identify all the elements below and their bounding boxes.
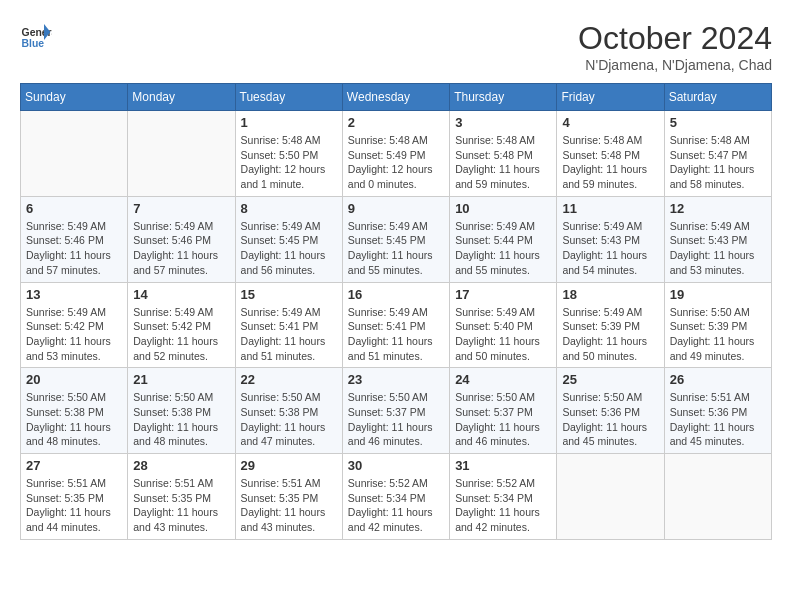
calendar-cell: 15Sunrise: 5:49 AMSunset: 5:41 PMDayligh… <box>235 282 342 368</box>
calendar-cell <box>21 111 128 197</box>
calendar-cell: 5Sunrise: 5:48 AMSunset: 5:47 PMDaylight… <box>664 111 771 197</box>
day-number: 26 <box>670 372 766 387</box>
day-info: Sunrise: 5:49 AMSunset: 5:44 PMDaylight:… <box>455 219 551 278</box>
page-header: General Blue October 2024 N'Djamena, N'D… <box>20 20 772 73</box>
day-info: Sunrise: 5:49 AMSunset: 5:43 PMDaylight:… <box>670 219 766 278</box>
day-info: Sunrise: 5:50 AMSunset: 5:38 PMDaylight:… <box>26 390 122 449</box>
day-number: 4 <box>562 115 658 130</box>
svg-text:Blue: Blue <box>22 38 45 49</box>
location: N'Djamena, N'Djamena, Chad <box>578 57 772 73</box>
weekday-header: Friday <box>557 84 664 111</box>
day-number: 3 <box>455 115 551 130</box>
weekday-header: Wednesday <box>342 84 449 111</box>
day-number: 23 <box>348 372 444 387</box>
day-info: Sunrise: 5:49 AMSunset: 5:45 PMDaylight:… <box>241 219 337 278</box>
day-number: 8 <box>241 201 337 216</box>
weekday-header: Sunday <box>21 84 128 111</box>
day-info: Sunrise: 5:49 AMSunset: 5:45 PMDaylight:… <box>348 219 444 278</box>
calendar-cell: 22Sunrise: 5:50 AMSunset: 5:38 PMDayligh… <box>235 368 342 454</box>
day-info: Sunrise: 5:50 AMSunset: 5:38 PMDaylight:… <box>133 390 229 449</box>
day-info: Sunrise: 5:49 AMSunset: 5:39 PMDaylight:… <box>562 305 658 364</box>
day-info: Sunrise: 5:49 AMSunset: 5:42 PMDaylight:… <box>26 305 122 364</box>
calendar-cell: 26Sunrise: 5:51 AMSunset: 5:36 PMDayligh… <box>664 368 771 454</box>
day-info: Sunrise: 5:50 AMSunset: 5:37 PMDaylight:… <box>348 390 444 449</box>
day-number: 31 <box>455 458 551 473</box>
calendar-cell: 4Sunrise: 5:48 AMSunset: 5:48 PMDaylight… <box>557 111 664 197</box>
day-number: 24 <box>455 372 551 387</box>
calendar-cell: 10Sunrise: 5:49 AMSunset: 5:44 PMDayligh… <box>450 196 557 282</box>
calendar-week-row: 13Sunrise: 5:49 AMSunset: 5:42 PMDayligh… <box>21 282 772 368</box>
calendar-cell: 9Sunrise: 5:49 AMSunset: 5:45 PMDaylight… <box>342 196 449 282</box>
day-info: Sunrise: 5:51 AMSunset: 5:35 PMDaylight:… <box>241 476 337 535</box>
day-number: 17 <box>455 287 551 302</box>
calendar-cell: 6Sunrise: 5:49 AMSunset: 5:46 PMDaylight… <box>21 196 128 282</box>
day-number: 28 <box>133 458 229 473</box>
day-info: Sunrise: 5:49 AMSunset: 5:43 PMDaylight:… <box>562 219 658 278</box>
day-number: 15 <box>241 287 337 302</box>
day-number: 6 <box>26 201 122 216</box>
day-number: 29 <box>241 458 337 473</box>
calendar-cell <box>128 111 235 197</box>
logo: General Blue <box>20 20 52 52</box>
calendar-cell: 20Sunrise: 5:50 AMSunset: 5:38 PMDayligh… <box>21 368 128 454</box>
day-number: 1 <box>241 115 337 130</box>
day-number: 13 <box>26 287 122 302</box>
calendar-cell: 8Sunrise: 5:49 AMSunset: 5:45 PMDaylight… <box>235 196 342 282</box>
day-number: 22 <box>241 372 337 387</box>
day-number: 7 <box>133 201 229 216</box>
calendar-cell: 29Sunrise: 5:51 AMSunset: 5:35 PMDayligh… <box>235 454 342 540</box>
day-info: Sunrise: 5:50 AMSunset: 5:37 PMDaylight:… <box>455 390 551 449</box>
calendar-cell: 3Sunrise: 5:48 AMSunset: 5:48 PMDaylight… <box>450 111 557 197</box>
day-info: Sunrise: 5:50 AMSunset: 5:38 PMDaylight:… <box>241 390 337 449</box>
day-info: Sunrise: 5:48 AMSunset: 5:49 PMDaylight:… <box>348 133 444 192</box>
calendar-week-row: 6Sunrise: 5:49 AMSunset: 5:46 PMDaylight… <box>21 196 772 282</box>
calendar-cell: 19Sunrise: 5:50 AMSunset: 5:39 PMDayligh… <box>664 282 771 368</box>
day-info: Sunrise: 5:52 AMSunset: 5:34 PMDaylight:… <box>455 476 551 535</box>
calendar-cell: 28Sunrise: 5:51 AMSunset: 5:35 PMDayligh… <box>128 454 235 540</box>
day-info: Sunrise: 5:50 AMSunset: 5:39 PMDaylight:… <box>670 305 766 364</box>
day-info: Sunrise: 5:49 AMSunset: 5:41 PMDaylight:… <box>241 305 337 364</box>
day-info: Sunrise: 5:49 AMSunset: 5:42 PMDaylight:… <box>133 305 229 364</box>
day-number: 25 <box>562 372 658 387</box>
calendar-cell: 17Sunrise: 5:49 AMSunset: 5:40 PMDayligh… <box>450 282 557 368</box>
day-info: Sunrise: 5:52 AMSunset: 5:34 PMDaylight:… <box>348 476 444 535</box>
calendar-week-row: 20Sunrise: 5:50 AMSunset: 5:38 PMDayligh… <box>21 368 772 454</box>
title-block: October 2024 N'Djamena, N'Djamena, Chad <box>578 20 772 73</box>
weekday-header: Thursday <box>450 84 557 111</box>
day-number: 5 <box>670 115 766 130</box>
calendar-cell <box>664 454 771 540</box>
weekday-header: Saturday <box>664 84 771 111</box>
weekday-header: Tuesday <box>235 84 342 111</box>
day-number: 9 <box>348 201 444 216</box>
calendar-week-row: 27Sunrise: 5:51 AMSunset: 5:35 PMDayligh… <box>21 454 772 540</box>
calendar-cell: 2Sunrise: 5:48 AMSunset: 5:49 PMDaylight… <box>342 111 449 197</box>
calendar-header-row: SundayMondayTuesdayWednesdayThursdayFrid… <box>21 84 772 111</box>
day-info: Sunrise: 5:51 AMSunset: 5:35 PMDaylight:… <box>133 476 229 535</box>
calendar-cell: 1Sunrise: 5:48 AMSunset: 5:50 PMDaylight… <box>235 111 342 197</box>
day-number: 10 <box>455 201 551 216</box>
day-info: Sunrise: 5:51 AMSunset: 5:36 PMDaylight:… <box>670 390 766 449</box>
calendar-cell: 24Sunrise: 5:50 AMSunset: 5:37 PMDayligh… <box>450 368 557 454</box>
day-number: 2 <box>348 115 444 130</box>
logo-icon: General Blue <box>20 20 52 52</box>
calendar-table: SundayMondayTuesdayWednesdayThursdayFrid… <box>20 83 772 540</box>
calendar-week-row: 1Sunrise: 5:48 AMSunset: 5:50 PMDaylight… <box>21 111 772 197</box>
day-info: Sunrise: 5:48 AMSunset: 5:47 PMDaylight:… <box>670 133 766 192</box>
calendar-cell: 23Sunrise: 5:50 AMSunset: 5:37 PMDayligh… <box>342 368 449 454</box>
calendar-cell: 27Sunrise: 5:51 AMSunset: 5:35 PMDayligh… <box>21 454 128 540</box>
calendar-cell: 11Sunrise: 5:49 AMSunset: 5:43 PMDayligh… <box>557 196 664 282</box>
day-info: Sunrise: 5:51 AMSunset: 5:35 PMDaylight:… <box>26 476 122 535</box>
weekday-header: Monday <box>128 84 235 111</box>
day-info: Sunrise: 5:49 AMSunset: 5:41 PMDaylight:… <box>348 305 444 364</box>
calendar-cell: 21Sunrise: 5:50 AMSunset: 5:38 PMDayligh… <box>128 368 235 454</box>
day-number: 12 <box>670 201 766 216</box>
day-info: Sunrise: 5:48 AMSunset: 5:50 PMDaylight:… <box>241 133 337 192</box>
day-number: 27 <box>26 458 122 473</box>
day-number: 14 <box>133 287 229 302</box>
calendar-cell: 25Sunrise: 5:50 AMSunset: 5:36 PMDayligh… <box>557 368 664 454</box>
day-info: Sunrise: 5:49 AMSunset: 5:40 PMDaylight:… <box>455 305 551 364</box>
day-info: Sunrise: 5:49 AMSunset: 5:46 PMDaylight:… <box>26 219 122 278</box>
day-info: Sunrise: 5:50 AMSunset: 5:36 PMDaylight:… <box>562 390 658 449</box>
day-number: 20 <box>26 372 122 387</box>
day-number: 21 <box>133 372 229 387</box>
